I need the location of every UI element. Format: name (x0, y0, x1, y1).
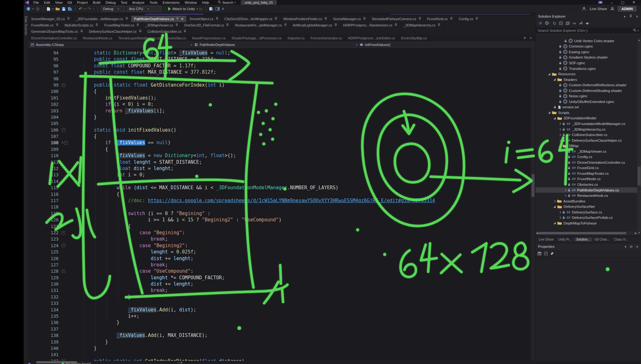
pin-icon[interactable] (125, 17, 128, 21)
line-number[interactable]: 128 (28, 268, 62, 274)
collapsed-chevron-icon[interactable] (559, 128, 561, 130)
tab-config-cs[interactable]: Config.cs (456, 16, 481, 22)
close-button[interactable]: ✕ (632, 0, 635, 4)
pin-icon[interactable] (363, 17, 366, 21)
line-number[interactable]: 99 (28, 82, 62, 88)
expanded-arrow-icon[interactable] (553, 117, 556, 119)
menu-git[interactable]: Git (65, 1, 74, 4)
glyph-margin[interactable] (62, 345, 70, 351)
glyph-margin[interactable] (62, 165, 70, 172)
tree-item-restauranthook-cs[interactable]: C#RestaurantHook.cs (536, 193, 637, 198)
tab-fencesgenerator-cs[interactable]: FencesGenerator.cs (308, 35, 345, 41)
glyph-margin[interactable] (62, 95, 70, 101)
save-icon[interactable] (62, 7, 66, 11)
dock-icon[interactable]: ⊟ (630, 245, 632, 248)
line-number[interactable]: 109 (28, 146, 62, 152)
pin-icon[interactable] (418, 17, 421, 21)
breadcrumb-class[interactable]: PathfinderDepthValues (195, 43, 354, 47)
line-number[interactable]: 101 (28, 95, 62, 101)
expanded-arrow-icon[interactable] (553, 206, 556, 208)
scrollbar-thumb[interactable] (638, 167, 641, 185)
brush-icon[interactable] (550, 251, 554, 257)
pin-icon[interactable] (56, 23, 59, 27)
line-number[interactable]: 120 (28, 217, 62, 223)
find-in-files-icon[interactable] (209, 7, 213, 11)
glyph-margin[interactable] (62, 185, 70, 191)
glyph-margin[interactable] (62, 159, 70, 165)
glyph-margin[interactable] (62, 281, 70, 287)
glyph-margin[interactable] (62, 56, 70, 62)
glyph-margin[interactable] (62, 101, 70, 107)
tree-item-noise-cginc[interactable]: Noise.cginc (536, 93, 637, 99)
glyph-margin[interactable] (62, 287, 70, 293)
tab-scenemanager-cs[interactable]: SceneManager.cs (330, 16, 369, 22)
tree-item-config-cs[interactable]: C#Config.cs (536, 154, 637, 160)
pin-icon[interactable] (438, 23, 440, 27)
data-sources-tab[interactable]: Data Sources (24, 16, 28, 35)
pin-icon[interactable] (67, 17, 70, 21)
line-number[interactable]: 136 (28, 319, 62, 326)
glyph-margin[interactable]: − (62, 127, 70, 133)
open-folder-icon[interactable] (55, 7, 60, 11)
breadcrumb-project[interactable]: Assembly-CSharp (28, 43, 188, 47)
line-number[interactable]: 138 (28, 332, 62, 338)
expanded-arrow-icon[interactable] (548, 111, 550, 114)
chevron-down-icon[interactable]: ▾ (624, 15, 626, 18)
glyph-margin[interactable] (62, 319, 70, 326)
tree-item-transitions-cginc[interactable]: Transitions.cginc (536, 66, 637, 71)
solution-configurations-dropdown[interactable]: Debug▾ (101, 6, 125, 12)
tree-horizontal-scrollbar[interactable]: ◀ ▶ (536, 231, 637, 235)
pin-icon[interactable] (139, 30, 142, 33)
line-number[interactable]: 108 (28, 139, 62, 146)
glyph-margin[interactable] (62, 152, 70, 159)
scroll-right-icon[interactable]: ▶ (635, 232, 637, 235)
pin-icon[interactable] (394, 23, 397, 27)
line-number[interactable]: 94 (28, 50, 62, 56)
tree-item-common-cginc[interactable]: Common.cginc (536, 44, 637, 49)
menu-edit[interactable]: Edit (42, 1, 53, 4)
view-code-icon[interactable]: <> (573, 22, 576, 25)
menu-view[interactable]: View (53, 1, 65, 4)
solution-explorer-icon[interactable] (215, 7, 220, 11)
menu-file[interactable]: File (31, 1, 42, 4)
collapsed-chevron-icon[interactable] (564, 167, 566, 169)
refresh-icon[interactable]: ↻ (553, 21, 556, 26)
pin-icon[interactable] (475, 17, 478, 21)
tree-item-3dfoundationmodel[interactable]: 3DFoundationModel (536, 116, 637, 121)
pending-changes-filter-icon[interactable] (545, 20, 550, 26)
pin-icon[interactable] (226, 23, 229, 27)
tree-item-gradient-skybox-shader[interactable]: Gradient Skybox.shader (536, 55, 637, 60)
close-icon[interactable]: ✕ (636, 245, 638, 248)
tab--3dfoundatio-delmanager-cs[interactable]: _3DFoundatio...delManager.cs (73, 16, 131, 22)
tab-collisionsubscriber-cs[interactable]: CollisionSubscriber.cs (145, 28, 190, 35)
collapsed-chevron-icon[interactable] (559, 122, 561, 125)
alphabetical-icon[interactable] (544, 251, 548, 257)
glyph-margin[interactable]: − (62, 242, 70, 249)
tab-deliverysurfaceclasshelper-cs[interactable]: DeliverySurfaceClassHelper.cs (86, 28, 145, 35)
tree-item-deliverysurfaceprefab-cs[interactable]: C#DeliverySurfacePrefab.cs (536, 215, 637, 221)
line-number[interactable]: 133 (28, 300, 62, 306)
collapsed-chevron-icon[interactable] (564, 161, 566, 164)
minimize-button[interactable]: – (611, 1, 613, 4)
pin-icon[interactable] (184, 30, 186, 33)
glyph-margin[interactable]: − (62, 358, 70, 361)
tab-droneorientationcontroller-cs[interactable]: DroneOrientationController.cs (28, 35, 80, 41)
fold-icon[interactable]: − (62, 244, 65, 247)
user-avatar-icon[interactable] (610, 7, 615, 11)
tree-item-pathfinderdepthvalues-cs[interactable]: C#PathfinderDepthValues.cs (536, 187, 637, 193)
chevron-down-icon[interactable]: ▾ (52, 8, 54, 10)
tree-item-shaders[interactable]: Shaders (536, 77, 637, 82)
pin-icon[interactable] (175, 23, 178, 27)
search-box[interactable]: Search ▾ (218, 1, 236, 4)
pin-icon[interactable] (176, 17, 179, 21)
tab--3dmapviewer-cs[interactable]: _3DMapViewer.cs (142, 22, 181, 28)
tree-item--3dmapviewer-cs[interactable]: C#_3DMapViewer.cs (536, 149, 637, 154)
line-number[interactable]: 103 (28, 108, 62, 114)
tab-hdrppostproc-randomizer-cs[interactable]: HDRPPostproc...Randomizer.cs (340, 22, 401, 28)
attach-icon[interactable] (585, 20, 589, 26)
pin-icon[interactable] (284, 23, 287, 27)
glyph-margin[interactable] (62, 204, 70, 210)
preview-selected-icon[interactable] (566, 20, 570, 26)
breadcrumb-method[interactable]: initFixedValues() (360, 43, 390, 47)
line-number[interactable]: 107 (28, 133, 62, 139)
